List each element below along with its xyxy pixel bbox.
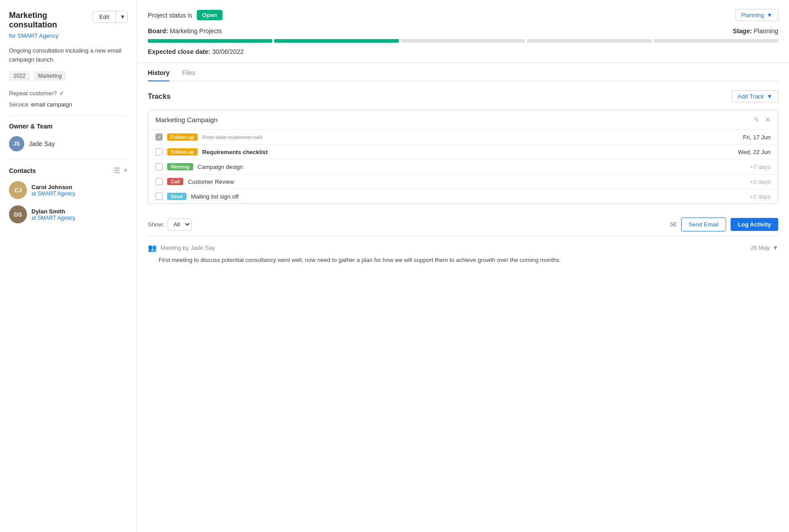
close-date-label: Expected close date:	[148, 48, 210, 55]
task-row-3: Call Customer Review +2 days	[148, 174, 778, 189]
service-label: Service	[9, 101, 28, 108]
task-checkbox-3[interactable]	[155, 178, 163, 185]
task-name-3: Customer Review	[188, 178, 745, 185]
progress-seg-2	[401, 39, 525, 43]
tab-files[interactable]: Files	[182, 65, 195, 81]
contact-name-1: Dylan Smith	[31, 208, 75, 215]
task-date-4: +2 days	[750, 193, 771, 200]
close-date-value: 30/06/2022	[212, 48, 244, 55]
status-bar: Project status is Open Planning ▼	[148, 9, 778, 21]
contact-info-0: Carol Johnson at SMART Agency	[31, 184, 75, 197]
contacts-add-icon[interactable]: +	[124, 166, 128, 175]
contact-name-0: Carol Johnson	[31, 184, 75, 191]
owner-name: Jade Say	[29, 140, 55, 147]
divider-1	[9, 115, 128, 115]
task-row-1: Follow-up Requirements checklist Wed, 22…	[148, 145, 778, 160]
service-value: email campaign	[31, 101, 72, 108]
contacts-header: Contacts ☰ +	[9, 166, 128, 175]
task-row-0: Follow-up Post sale customer call Fri, 1…	[148, 130, 778, 145]
task-row-4: Send Mailing list sign off +2 days	[148, 189, 778, 204]
repeat-customer-value: ✓	[59, 90, 64, 97]
activity-meta: 👥 Meeting by Jade Say	[148, 244, 215, 252]
tag-year: 2022	[9, 71, 30, 81]
track-card-header: Marketing Campaign ✎ ✕	[148, 110, 778, 130]
owner-section-title: Owner & Team	[9, 123, 128, 130]
stage-value: Planning	[754, 27, 779, 35]
send-email-button[interactable]: Send Email	[681, 217, 726, 231]
close-track-icon[interactable]: ✕	[765, 115, 771, 124]
tag-category: Marketing	[34, 71, 66, 81]
progress-seg-0	[148, 39, 272, 43]
show-bar: Show: All ✉ Send Email Log Activity	[148, 211, 778, 236]
contact-row-0: CJ Carol Johnson at SMART Agency	[9, 181, 128, 199]
task-badge-4: Send	[167, 193, 186, 200]
activity-item: 👥 Meeting by Jade Say 26 May ▼ First mee…	[148, 236, 778, 272]
task-name-0: Post sale customer call	[202, 134, 739, 141]
task-checkbox-0[interactable]	[155, 133, 163, 141]
task-name-1: Requirements checklist	[202, 149, 733, 155]
status-left: Project status is Open	[148, 10, 222, 20]
task-checkbox-1[interactable]	[155, 148, 163, 155]
contacts-list-icon[interactable]: ☰	[114, 166, 120, 175]
tabs-container: History Files	[148, 63, 778, 81]
log-activity-button[interactable]: Log Activity	[731, 218, 778, 231]
planning-label: Planning	[741, 12, 764, 18]
task-name-2: Campaign design	[198, 164, 746, 170]
contact-avatar-1: DS	[9, 205, 27, 223]
progress-seg-4	[654, 39, 778, 43]
task-badge-2: Meeting	[167, 163, 193, 170]
edit-track-icon[interactable]: ✎	[754, 115, 759, 124]
activity-icon: 👥	[148, 244, 157, 252]
contacts-actions: ☰ +	[114, 166, 128, 175]
planning-chevron-icon: ▼	[767, 12, 772, 18]
activity-expand-icon[interactable]: ▼	[772, 244, 778, 251]
repeat-customer-label: Repeat customer?	[9, 90, 57, 97]
show-label: Show:	[148, 221, 164, 228]
owner-row: JS Jade Say	[9, 136, 128, 151]
activity-date: 26 May ▼	[750, 244, 778, 251]
tab-history[interactable]: History	[148, 65, 169, 81]
project-title: Marketing consultation	[9, 11, 93, 30]
add-track-button[interactable]: Add Track ▼	[732, 90, 778, 102]
task-date-0: Fri, 17 Jun	[743, 134, 771, 141]
task-row-2: Meeting Campaign design +7 days	[148, 160, 778, 174]
owner-avatar: JS	[9, 136, 24, 151]
contact-org-prefix-1: at	[31, 215, 37, 221]
stage-info: Stage: Planning	[733, 27, 778, 35]
contact-org-1[interactable]: at SMART Agency	[31, 215, 75, 221]
progress-seg-3	[527, 39, 652, 43]
board-label: Board:	[148, 27, 168, 35]
tracks-header: Tracks Add Track ▼	[148, 90, 778, 102]
repeat-customer-field: Repeat customer? ✓	[9, 90, 128, 97]
for-agency-link[interactable]: for SMART Agency	[9, 32, 128, 39]
status-badge: Open	[197, 10, 222, 20]
add-track-label: Add Track	[738, 93, 764, 100]
edit-button[interactable]: Edit	[93, 11, 115, 22]
task-badge-3: Call	[167, 178, 183, 185]
task-date-1: Wed, 22 Jun	[738, 149, 771, 155]
right-panel: Project status is Open Planning ▼ Board:…	[137, 0, 789, 532]
planning-button[interactable]: Planning ▼	[736, 9, 778, 21]
task-checkbox-2[interactable]	[155, 163, 163, 170]
board-row: Board: Marketing Projects Stage: Plannin…	[148, 27, 778, 35]
contact-row-1: DS Dylan Smith at SMART Agency	[9, 205, 128, 223]
show-select[interactable]: All	[168, 218, 191, 231]
task-badge-0: Follow-up	[167, 133, 198, 141]
task-checkbox-4[interactable]	[155, 193, 163, 200]
left-panel: Marketing consultation Edit ▼ for SMART …	[0, 0, 137, 532]
task-date-2: +7 days	[750, 164, 771, 170]
email-icon[interactable]: ✉	[670, 220, 677, 230]
progress-bar	[148, 39, 778, 43]
contact-info-1: Dylan Smith at SMART Agency	[31, 208, 75, 221]
track-card-title: Marketing Campaign	[155, 116, 217, 124]
task-name-4: Mailing list sign off	[191, 193, 745, 200]
show-right: ✉ Send Email Log Activity	[670, 217, 778, 231]
task-badge-1: Follow-up	[167, 148, 198, 155]
edit-chevron-button[interactable]: ▼	[115, 11, 128, 22]
tracks-title: Tracks	[148, 93, 171, 101]
progress-seg-1	[274, 39, 399, 43]
contacts-section-title: Contacts	[9, 167, 36, 174]
divider-2	[9, 159, 128, 159]
contact-org-0[interactable]: at SMART Agency	[31, 191, 75, 197]
stage-label: Stage:	[733, 27, 752, 35]
